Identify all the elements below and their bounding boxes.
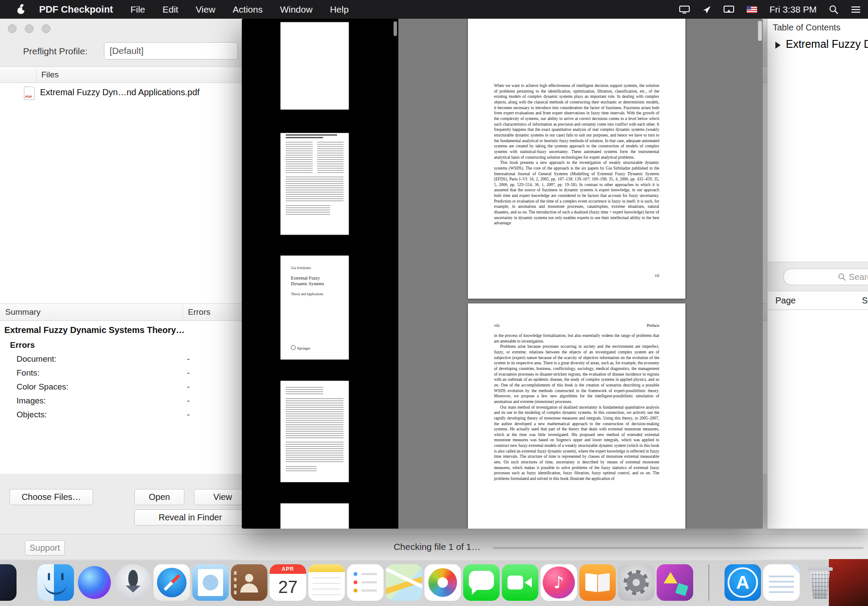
page-paragraph: Our main method of investigation of dual… xyxy=(494,405,659,482)
dock-item-hidden-app[interactable] xyxy=(0,564,17,601)
summary-column-header: Summary xyxy=(5,307,40,317)
app-menu-title[interactable]: PDF Checkpoint xyxy=(39,4,113,15)
menu-view[interactable]: View xyxy=(196,4,215,15)
disclosure-triangle-icon[interactable] xyxy=(775,42,781,49)
thumb-title: Extremal Fuzzy Dynamic Systems xyxy=(291,275,333,286)
error-label: Fonts: xyxy=(17,368,40,378)
search-strip: Search xyxy=(768,262,868,291)
menu-window[interactable]: Window xyxy=(280,4,313,15)
error-value: - xyxy=(187,354,190,364)
notification-center-icon[interactable] xyxy=(851,5,861,14)
dock-item-facetime[interactable] xyxy=(502,564,538,601)
menu-actions[interactable]: Actions xyxy=(233,4,263,15)
screen-mirroring-icon[interactable] xyxy=(723,5,734,14)
error-row: Fonts: - xyxy=(0,368,204,380)
error-label: Color Spaces: xyxy=(17,382,68,392)
toc-search-field[interactable]: Search xyxy=(783,269,868,285)
search-results-header: Page S xyxy=(768,291,868,310)
errors-column-header: Errors xyxy=(188,307,210,317)
status-text: Checking file 1 of 1… xyxy=(394,542,481,552)
spotlight-search-icon[interactable] xyxy=(829,5,838,14)
close-button[interactable] xyxy=(8,24,17,33)
page-thumbnail-2[interactable] xyxy=(280,133,349,235)
support-button[interactable]: Support xyxy=(25,540,65,556)
files-column-header: Files xyxy=(41,70,59,80)
pdf-viewer-window: Gia Sirbiladze Extremal Fuzzy Dynamic Sy… xyxy=(242,19,763,529)
preflight-profile-select[interactable]: [Default] xyxy=(104,42,238,60)
dock-item-mail[interactable] xyxy=(192,564,229,601)
dock-item-photos[interactable] xyxy=(424,564,461,601)
dock-item-app-store[interactable]: A xyxy=(724,564,761,601)
error-label: Objects: xyxy=(17,410,47,420)
dock-item-maps[interactable] xyxy=(386,564,422,601)
thumb-publisher: Springer xyxy=(291,345,310,350)
dock-item-siri[interactable] xyxy=(76,564,113,601)
page-paragraph: in the process of knowledge formalizatio… xyxy=(494,333,659,344)
page-paragraph: This book presents a new approach to the… xyxy=(494,160,659,226)
menu-help[interactable]: Help xyxy=(330,4,349,15)
error-value: - xyxy=(187,396,190,406)
dock-item-ibooks[interactable] xyxy=(579,564,616,601)
errors-section-label: Errors xyxy=(10,340,35,350)
toc-item[interactable]: Extremal Fuzzy D xyxy=(768,38,868,54)
menu-bar-left: PDF Checkpoint File Edit View Actions Wi… xyxy=(0,4,349,15)
dock-item-itunes[interactable]: ♪ xyxy=(541,564,577,601)
column-separator xyxy=(36,69,37,81)
error-value: - xyxy=(187,368,190,378)
sidebar-scrollbar[interactable] xyxy=(394,21,397,36)
page-thumbnail-1[interactable] xyxy=(280,22,349,110)
column-separator xyxy=(183,306,183,319)
location-arrow-icon[interactable] xyxy=(702,5,711,14)
error-row: Images: - xyxy=(0,396,204,408)
table-of-contents-drawer: Table of Contents Extremal Fuzzy D Searc… xyxy=(767,19,868,529)
dock-item-finder[interactable] xyxy=(37,564,74,601)
page-thumbnail-3[interactable]: Gia Sirbiladze Extremal Fuzzy Dynamic Sy… xyxy=(280,256,349,360)
menu-bar-status-items: Fri 3:38 PM xyxy=(679,4,868,15)
error-label: Images: xyxy=(17,396,46,406)
display-status-icon[interactable] xyxy=(679,5,690,14)
apple-menu-icon[interactable] xyxy=(17,5,24,14)
page-number: vii xyxy=(655,273,659,278)
toc-title: Table of Contents xyxy=(773,23,841,33)
error-row: Color Spaces: - xyxy=(0,382,204,394)
page-thumbnail-5[interactable] xyxy=(280,503,349,529)
viewer-content-area: When we want to achieve high effectivene… xyxy=(398,19,763,529)
dock-item-safari[interactable] xyxy=(154,564,190,601)
minimize-button[interactable] xyxy=(25,24,33,33)
input-source-flag-icon[interactable] xyxy=(747,6,757,13)
error-value: - xyxy=(187,410,190,420)
dock-item-contacts[interactable] xyxy=(231,564,267,601)
dock-item-launchpad[interactable] xyxy=(115,564,151,601)
dock-item-system-preferences[interactable] xyxy=(618,564,654,601)
open-button[interactable]: Open xyxy=(134,489,184,505)
choose-files-button[interactable]: Choose Files… xyxy=(10,489,93,505)
dock-item-trash[interactable] xyxy=(802,564,838,601)
page-thumbnail-4[interactable] xyxy=(280,381,349,482)
progress-bar xyxy=(493,547,864,549)
dock-item-messages[interactable] xyxy=(463,564,500,601)
pdf-page-viii: viii Preface in the process of knowledge… xyxy=(468,303,685,529)
thumbnail-sidebar: Gia Sirbiladze Extremal Fuzzy Dynamic Sy… xyxy=(242,19,398,529)
dock-item-reminders[interactable] xyxy=(347,564,384,601)
menu-bar-clock[interactable]: Fri 3:38 PM xyxy=(769,4,817,15)
dock-item-pdf-checkpoint[interactable] xyxy=(657,564,693,601)
dock-item-documents[interactable] xyxy=(763,564,800,601)
thumb-author: Gia Sirbiladze xyxy=(291,266,311,270)
thumb-subtitle: Theory and Applications xyxy=(291,292,323,296)
page-header-left: viii xyxy=(494,323,500,328)
dock-item-calendar[interactable]: APR 27 xyxy=(270,564,306,601)
content-scrollbar[interactable] xyxy=(758,21,762,41)
preflight-profile-label: Preflight Profile: xyxy=(23,46,87,57)
search-icon xyxy=(838,273,846,281)
menu-edit[interactable]: Edit xyxy=(163,4,178,15)
menu-bar: PDF Checkpoint File Edit View Actions Wi… xyxy=(0,0,868,19)
status-bar: Support Checking file 1 of 1… xyxy=(0,534,868,561)
reveal-in-finder-button[interactable]: Reveal in Finder xyxy=(134,509,246,526)
menu-file[interactable]: File xyxy=(130,4,145,15)
results-column-header: S xyxy=(862,296,868,306)
zoom-button[interactable] xyxy=(42,24,50,33)
error-row: Objects: - xyxy=(0,410,204,422)
page-column-header: Page xyxy=(775,296,796,306)
dock: APR 27 ♪ A xyxy=(0,559,868,606)
dock-item-notes[interactable] xyxy=(308,564,345,601)
